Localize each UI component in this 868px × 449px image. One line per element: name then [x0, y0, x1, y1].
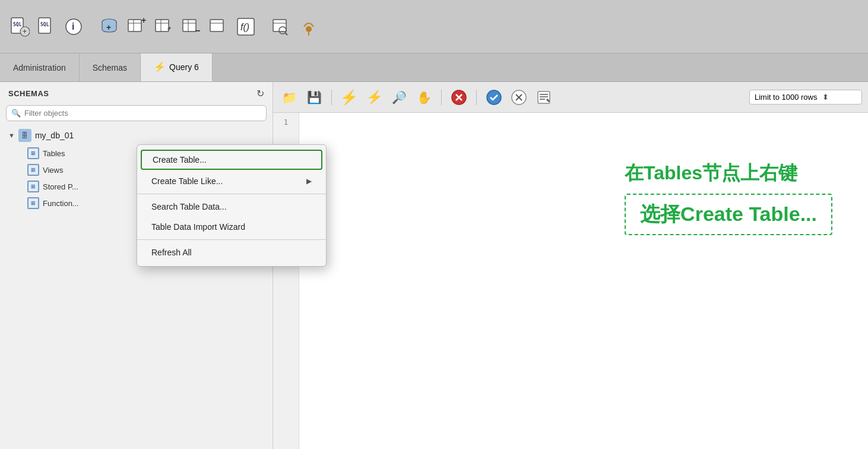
- menu-item-create-table-like[interactable]: Create Table Like... ▶: [137, 171, 326, 191]
- menu-separator-2: [137, 239, 326, 240]
- editor-area: 1 在Tables节点上右键 选择Create Table...: [273, 113, 868, 449]
- db-name: my_db_01: [35, 131, 74, 140]
- remove-table-icon[interactable]: −: [179, 15, 203, 39]
- open-folder-icon[interactable]: 📁: [279, 87, 299, 107]
- stored-proc-label: Stored P...: [43, 182, 78, 191]
- db-icon: 🗄: [18, 129, 31, 142]
- menu-item-create-table[interactable]: Create Table...: [141, 150, 322, 170]
- annotation-main-text: 在Tables节点上右键: [625, 160, 832, 186]
- tab-administration-label: Administration: [13, 63, 66, 72]
- search-table-icon[interactable]: [270, 15, 293, 39]
- views-icon: ⊞: [27, 164, 39, 176]
- toolbar-divider-3: [476, 90, 477, 105]
- svg-point-29: [306, 26, 312, 32]
- error-icon[interactable]: [449, 87, 469, 107]
- limit-select[interactable]: Limit to 1000 rows ⬍: [749, 90, 862, 105]
- stop-icon[interactable]: ✋: [414, 87, 434, 107]
- svg-text:+: +: [141, 16, 146, 25]
- svg-point-33: [487, 90, 501, 105]
- function-icon[interactable]: f(): [234, 15, 258, 39]
- add-db-icon[interactable]: +: [97, 15, 121, 39]
- svg-rect-25: [273, 20, 286, 31]
- svg-text:i: i: [72, 21, 74, 31]
- view-icon[interactable]: [207, 15, 230, 39]
- new-sql-icon[interactable]: SQL +: [7, 15, 31, 39]
- svg-text:f(): f(): [240, 22, 249, 32]
- line-number-1: 1: [273, 118, 299, 127]
- sidebar-header: SCHEMAS ↻: [0, 82, 273, 103]
- views-label: Views: [43, 166, 63, 175]
- create-table-label: Create Table...: [153, 155, 207, 165]
- right-panel: 📁 💾 ⚡ ⚡ 🔎 ✋: [273, 82, 868, 449]
- table-data-import-label: Table Data Import Wizard: [151, 222, 245, 232]
- info-icon[interactable]: i: [62, 15, 85, 39]
- svg-line-28: [285, 33, 287, 35]
- menu-item-search-table-data[interactable]: Search Table Data...: [137, 197, 326, 217]
- tree-arrow-icon: ▼: [8, 132, 15, 139]
- svg-rect-17: [183, 20, 196, 31]
- add-table-icon[interactable]: +: [125, 15, 148, 39]
- sidebar: SCHEMAS ↻ 🔍 ▼ 🗄 my_db_01 ⊞ Tables ⊞ View…: [0, 82, 273, 449]
- main-layout: SCHEMAS ↻ 🔍 ▼ 🗄 my_db_01 ⊞ Tables ⊞ View…: [0, 82, 868, 449]
- execute-current-icon[interactable]: ⚡: [364, 87, 384, 107]
- cancel-icon[interactable]: [509, 87, 529, 107]
- connect-icon[interactable]: [297, 15, 321, 39]
- annotation-overlay: 在Tables节点上右键 选择Create Table...: [625, 160, 832, 235]
- annotation-box: 选择Create Table...: [625, 194, 832, 235]
- menu-separator-1: [137, 194, 326, 194]
- functions-label: Function...: [43, 199, 79, 208]
- menu-item-refresh-all[interactable]: Refresh All: [137, 242, 326, 263]
- menu-item-table-data-import[interactable]: Table Data Import Wizard: [137, 217, 326, 237]
- create-table-like-label: Create Table Like...: [151, 176, 223, 186]
- toolbar-divider-2: [441, 90, 442, 105]
- functions-icon: ⊞: [27, 197, 39, 209]
- format-icon[interactable]: [534, 87, 554, 107]
- svg-text:+: +: [23, 27, 27, 36]
- tab-query6[interactable]: ⚡ Query 6: [141, 53, 213, 81]
- schemas-title: SCHEMAS: [8, 89, 49, 98]
- svg-rect-21: [210, 20, 223, 31]
- annotation-sub-text: 选择Create Table...: [640, 203, 817, 225]
- svg-rect-10: [128, 20, 141, 31]
- tables-label: Tables: [43, 149, 65, 158]
- refresh-all-label: Refresh All: [151, 248, 192, 257]
- svg-text:+: +: [106, 23, 111, 32]
- context-menu: Create Table... Create Table Like... ▶ S…: [137, 144, 327, 267]
- svg-text:−: −: [195, 26, 200, 36]
- search-table-data-label: Search Table Data...: [151, 202, 227, 211]
- filter-input[interactable]: [24, 109, 261, 118]
- open-sql-icon[interactable]: SQL: [34, 15, 58, 39]
- filter-search-icon: 🔍: [11, 109, 21, 118]
- top-toolbar: SQL + SQL i + +: [0, 0, 868, 53]
- toolbar-divider-1: [331, 90, 332, 105]
- check-icon[interactable]: [484, 87, 504, 107]
- svg-rect-14: [156, 20, 169, 31]
- refresh-icon[interactable]: ↻: [256, 88, 264, 99]
- svg-text:SQL: SQL: [40, 22, 49, 27]
- svg-text:SQL: SQL: [13, 22, 22, 27]
- stored-proc-icon: ⊞: [27, 181, 39, 192]
- submenu-arrow-icon: ▶: [306, 177, 312, 185]
- tab-administration[interactable]: Administration: [0, 53, 80, 81]
- edit-table-icon[interactable]: [152, 15, 176, 39]
- tables-icon: ⊞: [27, 147, 39, 159]
- db-tree-item[interactable]: ▼ 🗄 my_db_01: [0, 126, 273, 145]
- query-toolbar: 📁 💾 ⚡ ⚡ 🔎 ✋: [273, 82, 868, 113]
- limit-dropdown-icon: ⬍: [822, 93, 829, 102]
- filter-box: 🔍: [6, 105, 267, 121]
- execute-icon[interactable]: ⚡: [339, 87, 359, 107]
- find-icon[interactable]: 🔎: [389, 87, 409, 107]
- lightning-icon: ⚡: [154, 61, 166, 72]
- tab-schemas-label: Schemas: [93, 63, 127, 72]
- tab-schemas[interactable]: Schemas: [80, 53, 141, 81]
- save-icon[interactable]: 💾: [304, 87, 324, 107]
- tab-bar: Administration Schemas ⚡ Query 6: [0, 53, 868, 82]
- tab-query6-label: Query 6: [169, 62, 199, 72]
- limit-label: Limit to 1000 rows: [755, 93, 818, 102]
